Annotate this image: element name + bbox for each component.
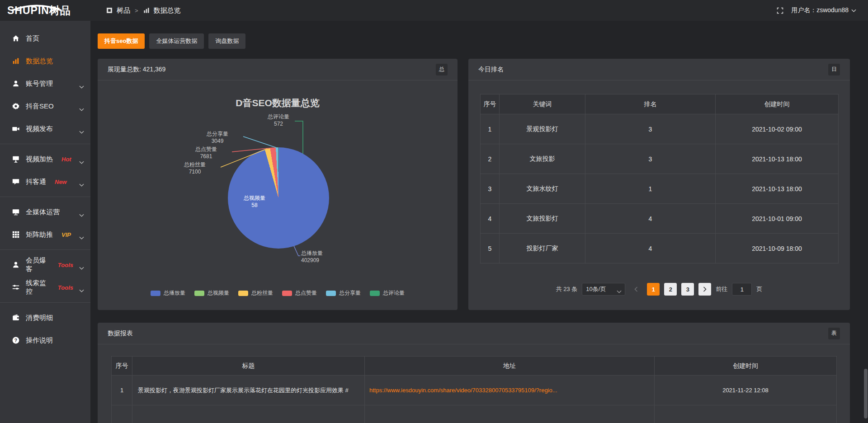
legend-item[interactable]: 总评论量 <box>370 289 405 297</box>
chevron-down-icon <box>79 211 84 214</box>
grid-icon <box>12 230 20 239</box>
pie-chart[interactable]: D音SEO数据量总览 总评论量572 总分享量3049 总点赞量7681 总粉丝… <box>98 80 458 310</box>
sidebar-item-douyin-seo[interactable]: 抖音SEO <box>0 95 90 118</box>
table-cell: 4 <box>481 204 500 234</box>
app-logo: SHUPIN树品 <box>0 4 90 18</box>
scrollbar-thumb[interactable] <box>864 369 868 418</box>
sidebar-item-matrix-boost[interactable]: 矩阵助推VIP <box>0 223 90 246</box>
tab-omnimedia-data[interactable]: 全媒体运营数据 <box>149 33 204 49</box>
legend-label: 总粉丝量 <box>251 289 273 297</box>
table-cell <box>112 405 132 423</box>
today-rank-card: 今日排名 日 序号关键词排名创建时间1景观投影灯32021-10-02 09:0… <box>468 59 850 310</box>
page-size-select[interactable]: 10条/页 <box>582 283 625 296</box>
rank-card-title: 今日排名 <box>478 66 504 74</box>
goto-page-input[interactable] <box>732 283 752 296</box>
sidebar-item-badge: Hot <box>61 156 71 163</box>
sidebar-item-badge: VIP <box>61 231 71 238</box>
tab-douyin-seo-data[interactable]: 抖音seo数据 <box>98 33 145 49</box>
sidebar-item-home[interactable]: 首页 <box>0 27 90 50</box>
legend-label: 总分享量 <box>339 289 361 297</box>
camera-icon <box>12 125 20 133</box>
pagination-prev[interactable] <box>630 283 642 296</box>
goto-suffix: 页 <box>756 285 762 293</box>
table-cell: 4 <box>585 204 716 234</box>
gear-icon <box>12 102 20 110</box>
legend-swatch <box>370 291 380 296</box>
legend-item[interactable]: 总点赞量 <box>282 289 317 297</box>
table-cell: 4 <box>585 234 716 263</box>
chevron-down-icon <box>79 233 84 236</box>
table-cell: 2021-10-13 18:00 <box>716 144 839 174</box>
sidebar-item-label: 视频发布 <box>26 125 53 133</box>
table-cell: 1 <box>112 376 132 405</box>
legend-label: 总视频量 <box>208 289 229 297</box>
day-badge-button[interactable]: 日 <box>828 64 840 75</box>
question-icon: ? <box>12 336 20 344</box>
column-header: 创建时间 <box>716 94 839 114</box>
table-cell: 投影灯厂家 <box>500 234 585 263</box>
sidebar-item-video-heat[interactable]: 视频加热Hot <box>0 148 90 170</box>
pagination-next[interactable] <box>698 283 711 296</box>
pie-label-fans: 总粉丝量7100 <box>170 161 220 175</box>
chat-icon <box>12 178 20 186</box>
pie-label-comments: 总评论量572 <box>254 113 303 127</box>
sidebar-item-omnimedia[interactable]: 全媒体运营 <box>0 201 90 223</box>
legend-item[interactable]: 总播放量 <box>151 289 185 297</box>
rank-card-header: 今日排名 日 <box>468 59 850 80</box>
table-cell: 景观投影灯，夜游景观投影灯厂家展示展示落花灯在花园里的灯光投影应用效果 # <box>132 376 365 405</box>
chevron-down-icon <box>79 105 84 108</box>
sidebar-item-badge: Tools <box>58 284 73 291</box>
pagination-page-3[interactable]: 3 <box>681 283 694 296</box>
rank-table: 序号关键词排名创建时间1景观投影灯32021-10-02 09:002文旅投影3… <box>480 94 839 263</box>
table-badge-button[interactable]: 表 <box>828 328 840 339</box>
pagination-page-1[interactable]: 1 <box>647 283 660 296</box>
data-report-card: 数据报表 表 序号标题地址创建时间1景观投影灯，夜游景观投影灯厂家展示展示落花灯… <box>98 323 850 423</box>
table-cell: 文旅投影 <box>500 144 585 174</box>
legend-label: 总评论量 <box>383 289 405 297</box>
sidebar-item-douketong[interactable]: 抖客通New <box>0 170 90 193</box>
legend-item[interactable]: 总分享量 <box>326 289 361 297</box>
breadcrumb-root[interactable]: 树品 <box>117 6 130 15</box>
table-cell: 1 <box>481 114 500 144</box>
table-cell: 2021-10-09 18:00 <box>716 234 839 263</box>
sidebar-item-label: 全媒体运营 <box>26 208 60 216</box>
column-header: 关键词 <box>500 94 585 114</box>
sidebar-item-video-publish[interactable]: 视频发布 <box>0 118 90 140</box>
app-root: SHUPIN树品 树品 > 数据总览 用户名：zswodun88 首页数据总览账… <box>0 0 868 423</box>
table-cell: 2021-10-02 09:00 <box>716 114 839 144</box>
monitor-icon <box>12 208 20 216</box>
page-size-value: 10条/页 <box>586 285 606 293</box>
pagination-page-2[interactable]: 2 <box>664 283 677 296</box>
user-icon <box>12 261 20 269</box>
legend-item[interactable]: 总视频量 <box>194 289 229 297</box>
sidebar-item-account-manage[interactable]: 账号管理 <box>0 72 90 95</box>
sidebar-item-spend-detail[interactable]: 消费明细 <box>0 306 90 329</box>
sidebar-item-member-burst[interactable]: 会员爆客Tools <box>0 254 90 276</box>
user-menu[interactable]: 用户名：zswodun88 <box>791 6 856 14</box>
top-header: SHUPIN树品 树品 > 数据总览 用户名：zswodun88 <box>0 0 868 21</box>
report-card-header: 数据报表 表 <box>98 323 850 344</box>
report-table: 序号标题地址创建时间1景观投影灯，夜游景观投影灯厂家展示展示落花灯在花园里的灯光… <box>111 356 837 423</box>
table-cell <box>132 405 365 423</box>
chevron-down-icon <box>79 127 84 131</box>
report-link[interactable]: https://www.iesdouyin.com/share/video/70… <box>365 376 655 405</box>
total-badge-button[interactable]: 总 <box>436 64 448 75</box>
legend-swatch <box>194 291 204 296</box>
sidebar-item-help[interactable]: ?操作说明 <box>0 329 90 352</box>
chart-title: D音SEO数据量总览 <box>98 97 458 109</box>
main-content: 抖音seo数据全媒体运营数据询盘数据 展现量总数: 421,369 总 D音SE… <box>90 21 868 423</box>
table-row: 4文旅投影灯42021-10-01 09:00 <box>481 204 839 234</box>
legend-item[interactable]: 总粉丝量 <box>238 289 273 297</box>
table-cell: 2021-11-22 12:08 <box>655 376 837 405</box>
sidebar-item-data-overview[interactable]: 数据总览 <box>0 50 90 72</box>
table-cell: 2021-10-13 18:00 <box>716 174 839 204</box>
tab-inquiry-data[interactable]: 询盘数据 <box>208 33 245 49</box>
legend-swatch <box>151 291 160 296</box>
pie-label-likes: 总点赞量7681 <box>181 146 231 160</box>
table-row: 5投影灯厂家42021-10-09 18:00 <box>481 234 839 263</box>
user-icon <box>12 80 20 88</box>
sidebar-item-label: 抖音SEO <box>26 102 54 111</box>
sidebar-item-clue-monitor[interactable]: 线索监控Tools <box>0 276 90 299</box>
legend-label: 总播放量 <box>164 289 185 297</box>
fullscreen-icon[interactable] <box>776 7 784 14</box>
